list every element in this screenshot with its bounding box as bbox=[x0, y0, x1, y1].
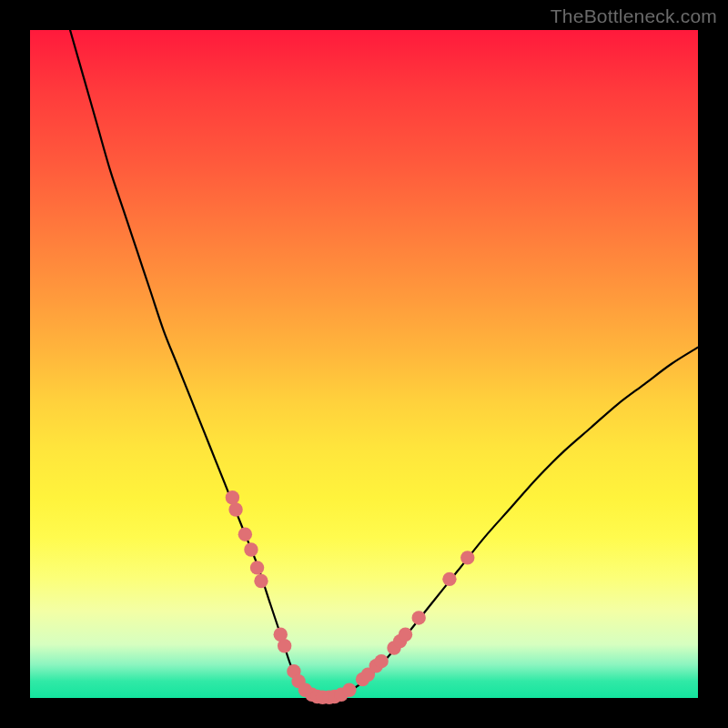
bottleneck-curve bbox=[70, 30, 698, 699]
data-marker bbox=[342, 682, 356, 696]
data-marker bbox=[442, 572, 456, 586]
chart-svg bbox=[30, 30, 698, 698]
data-marker bbox=[250, 561, 264, 574]
data-marker bbox=[228, 502, 242, 516]
data-marker bbox=[238, 527, 252, 541]
data-marker bbox=[460, 551, 474, 564]
data-marker bbox=[411, 611, 425, 624]
plot-area bbox=[30, 30, 698, 698]
data-marker bbox=[244, 542, 258, 556]
data-marker bbox=[254, 574, 268, 588]
data-marker bbox=[399, 628, 412, 642]
chart-frame: TheBottleneck.com bbox=[0, 0, 728, 728]
data-marker bbox=[374, 654, 388, 668]
data-marker bbox=[226, 490, 239, 504]
watermark-text: TheBottleneck.com bbox=[551, 5, 717, 27]
data-marker bbox=[278, 639, 291, 652]
